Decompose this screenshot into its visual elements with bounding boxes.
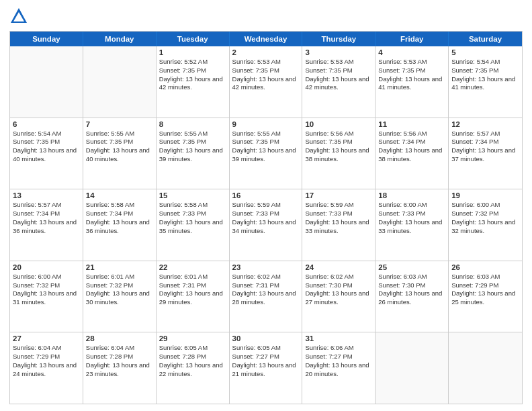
day-detail: Sunrise: 6:03 AM Sunset: 7:30 PM Dayligh…	[378, 273, 445, 307]
day-cell-empty-4-6	[449, 332, 522, 404]
day-cell-8: 8Sunrise: 5:55 AM Sunset: 7:35 PM Daylig…	[157, 118, 230, 189]
day-detail: Sunrise: 5:53 AM Sunset: 7:35 PM Dayligh…	[232, 58, 300, 92]
calendar-row-4: 20Sunrise: 6:00 AM Sunset: 7:32 PM Dayli…	[10, 261, 522, 332]
calendar: SundayMondayTuesdayWednesdayThursdayFrid…	[9, 31, 523, 404]
day-cell-21: 21Sunrise: 6:01 AM Sunset: 7:32 PM Dayli…	[83, 261, 157, 332]
calendar-row-2: 6Sunrise: 5:54 AM Sunset: 7:35 PM Daylig…	[10, 118, 522, 189]
logo	[9, 7, 30, 26]
day-cell-5: 5Sunrise: 5:54 AM Sunset: 7:35 PM Daylig…	[449, 46, 522, 118]
day-detail: Sunrise: 6:01 AM Sunset: 7:32 PM Dayligh…	[86, 273, 153, 307]
weekday-header-thursday: Thursday	[302, 32, 375, 46]
day-cell-4: 4Sunrise: 5:53 AM Sunset: 7:35 PM Daylig…	[375, 46, 449, 118]
day-number: 9	[232, 120, 300, 128]
day-detail: Sunrise: 5:58 AM Sunset: 7:33 PM Dayligh…	[159, 201, 226, 235]
day-detail: Sunrise: 5:54 AM Sunset: 7:35 PM Dayligh…	[451, 58, 519, 92]
day-detail: Sunrise: 6:04 AM Sunset: 7:29 PM Dayligh…	[13, 344, 80, 378]
day-cell-empty-4-5	[375, 332, 449, 404]
day-number: 15	[159, 191, 226, 199]
day-detail: Sunrise: 5:57 AM Sunset: 7:34 PM Dayligh…	[451, 130, 519, 164]
day-detail: Sunrise: 5:56 AM Sunset: 7:35 PM Dayligh…	[305, 130, 372, 164]
day-number: 4	[378, 48, 445, 56]
day-detail: Sunrise: 6:00 AM Sunset: 7:32 PM Dayligh…	[13, 273, 80, 307]
page: SundayMondayTuesdayWednesdayThursdayFrid…	[0, 0, 532, 411]
day-number: 1	[159, 48, 226, 56]
day-cell-1: 1Sunrise: 5:52 AM Sunset: 7:35 PM Daylig…	[157, 46, 230, 118]
day-cell-30: 30Sunrise: 6:05 AM Sunset: 7:27 PM Dayli…	[230, 332, 303, 404]
day-number: 21	[86, 263, 153, 271]
day-detail: Sunrise: 6:00 AM Sunset: 7:32 PM Dayligh…	[451, 201, 519, 235]
day-detail: Sunrise: 6:02 AM Sunset: 7:30 PM Dayligh…	[305, 273, 372, 307]
day-number: 19	[451, 191, 519, 199]
day-detail: Sunrise: 6:05 AM Sunset: 7:28 PM Dayligh…	[159, 344, 226, 378]
day-cell-6: 6Sunrise: 5:54 AM Sunset: 7:35 PM Daylig…	[10, 118, 83, 189]
day-cell-empty-0-1	[83, 46, 157, 118]
day-cell-26: 26Sunrise: 6:03 AM Sunset: 7:29 PM Dayli…	[449, 261, 522, 332]
day-cell-20: 20Sunrise: 6:00 AM Sunset: 7:32 PM Dayli…	[10, 261, 83, 332]
day-number: 13	[13, 191, 80, 199]
calendar-header: SundayMondayTuesdayWednesdayThursdayFrid…	[10, 32, 522, 46]
day-cell-2: 2Sunrise: 5:53 AM Sunset: 7:35 PM Daylig…	[230, 46, 303, 118]
day-detail: Sunrise: 5:59 AM Sunset: 7:33 PM Dayligh…	[305, 201, 372, 235]
calendar-body: 1Sunrise: 5:52 AM Sunset: 7:35 PM Daylig…	[10, 46, 522, 404]
day-cell-17: 17Sunrise: 5:59 AM Sunset: 7:33 PM Dayli…	[302, 189, 375, 261]
day-cell-28: 28Sunrise: 6:04 AM Sunset: 7:28 PM Dayli…	[83, 332, 157, 404]
day-detail: Sunrise: 5:53 AM Sunset: 7:35 PM Dayligh…	[378, 58, 445, 92]
day-number: 26	[451, 263, 519, 271]
weekday-header-wednesday: Wednesday	[230, 32, 303, 46]
day-number: 27	[13, 334, 80, 342]
day-number: 18	[378, 191, 445, 199]
day-number: 12	[451, 120, 519, 128]
day-number: 6	[13, 120, 80, 128]
day-detail: Sunrise: 5:55 AM Sunset: 7:35 PM Dayligh…	[232, 130, 300, 164]
day-detail: Sunrise: 5:53 AM Sunset: 7:35 PM Dayligh…	[305, 58, 372, 92]
day-number: 16	[232, 191, 300, 199]
day-cell-9: 9Sunrise: 5:55 AM Sunset: 7:35 PM Daylig…	[230, 118, 303, 189]
day-number: 7	[86, 120, 153, 128]
day-cell-18: 18Sunrise: 6:00 AM Sunset: 7:33 PM Dayli…	[375, 189, 449, 261]
day-number: 30	[232, 334, 300, 342]
day-detail: Sunrise: 6:04 AM Sunset: 7:28 PM Dayligh…	[86, 344, 153, 378]
weekday-header-friday: Friday	[375, 32, 449, 46]
header	[9, 7, 523, 26]
day-number: 11	[378, 120, 445, 128]
day-cell-13: 13Sunrise: 5:57 AM Sunset: 7:34 PM Dayli…	[10, 189, 83, 261]
day-cell-25: 25Sunrise: 6:03 AM Sunset: 7:30 PM Dayli…	[375, 261, 449, 332]
day-cell-14: 14Sunrise: 5:58 AM Sunset: 7:34 PM Dayli…	[83, 189, 157, 261]
day-number: 24	[305, 263, 372, 271]
day-number: 23	[232, 263, 300, 271]
day-cell-12: 12Sunrise: 5:57 AM Sunset: 7:34 PM Dayli…	[449, 118, 522, 189]
day-cell-23: 23Sunrise: 6:02 AM Sunset: 7:31 PM Dayli…	[230, 261, 303, 332]
day-detail: Sunrise: 5:55 AM Sunset: 7:35 PM Dayligh…	[159, 130, 226, 164]
day-number: 29	[159, 334, 226, 342]
day-detail: Sunrise: 5:57 AM Sunset: 7:34 PM Dayligh…	[13, 201, 80, 235]
logo-icon	[9, 7, 28, 26]
day-number: 28	[86, 334, 153, 342]
day-number: 10	[305, 120, 372, 128]
calendar-row-3: 13Sunrise: 5:57 AM Sunset: 7:34 PM Dayli…	[10, 189, 522, 261]
day-cell-27: 27Sunrise: 6:04 AM Sunset: 7:29 PM Dayli…	[10, 332, 83, 404]
day-cell-16: 16Sunrise: 5:59 AM Sunset: 7:33 PM Dayli…	[230, 189, 303, 261]
day-number: 17	[305, 191, 372, 199]
day-detail: Sunrise: 6:01 AM Sunset: 7:31 PM Dayligh…	[159, 273, 226, 307]
day-cell-3: 3Sunrise: 5:53 AM Sunset: 7:35 PM Daylig…	[302, 46, 375, 118]
day-cell-11: 11Sunrise: 5:56 AM Sunset: 7:34 PM Dayli…	[375, 118, 449, 189]
day-detail: Sunrise: 5:54 AM Sunset: 7:35 PM Dayligh…	[13, 130, 80, 164]
day-cell-29: 29Sunrise: 6:05 AM Sunset: 7:28 PM Dayli…	[157, 332, 230, 404]
day-cell-19: 19Sunrise: 6:00 AM Sunset: 7:32 PM Dayli…	[449, 189, 522, 261]
day-cell-15: 15Sunrise: 5:58 AM Sunset: 7:33 PM Dayli…	[157, 189, 230, 261]
day-detail: Sunrise: 6:06 AM Sunset: 7:27 PM Dayligh…	[305, 344, 372, 378]
day-number: 22	[159, 263, 226, 271]
day-number: 14	[86, 191, 153, 199]
day-detail: Sunrise: 5:55 AM Sunset: 7:35 PM Dayligh…	[86, 130, 153, 164]
day-number: 8	[159, 120, 226, 128]
weekday-header-monday: Monday	[83, 32, 157, 46]
weekday-header-saturday: Saturday	[449, 32, 522, 46]
day-detail: Sunrise: 6:03 AM Sunset: 7:29 PM Dayligh…	[451, 273, 519, 307]
day-number: 20	[13, 263, 80, 271]
calendar-row-5: 27Sunrise: 6:04 AM Sunset: 7:29 PM Dayli…	[10, 332, 522, 404]
day-cell-22: 22Sunrise: 6:01 AM Sunset: 7:31 PM Dayli…	[157, 261, 230, 332]
day-cell-7: 7Sunrise: 5:55 AM Sunset: 7:35 PM Daylig…	[83, 118, 157, 189]
day-detail: Sunrise: 6:00 AM Sunset: 7:33 PM Dayligh…	[378, 201, 445, 235]
day-cell-10: 10Sunrise: 5:56 AM Sunset: 7:35 PM Dayli…	[302, 118, 375, 189]
day-detail: Sunrise: 5:59 AM Sunset: 7:33 PM Dayligh…	[232, 201, 300, 235]
